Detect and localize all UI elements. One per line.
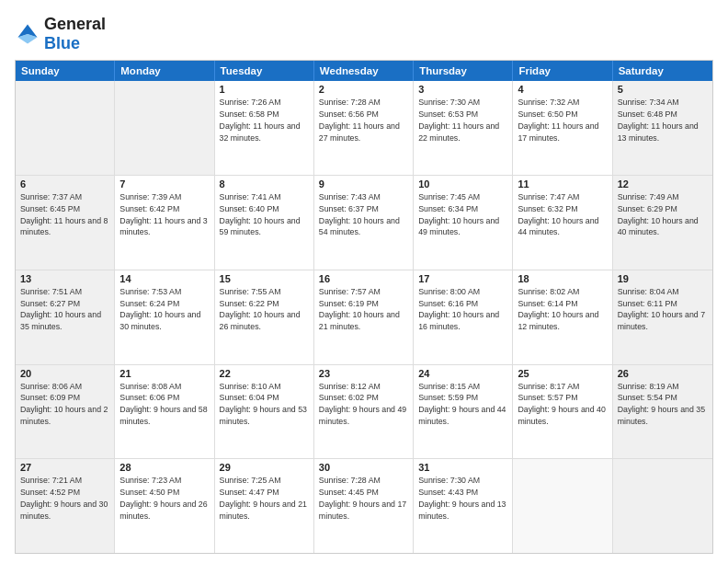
cell-sun-info: Sunrise: 8:02 AM Sunset: 6:14 PM Dayligh… — [518, 286, 607, 333]
calendar-cell: 9Sunrise: 7:43 AM Sunset: 6:37 PM Daylig… — [314, 176, 414, 270]
cell-sun-info: Sunrise: 7:47 AM Sunset: 6:32 PM Dayligh… — [518, 191, 607, 238]
cell-sun-info: Sunrise: 7:34 AM Sunset: 6:48 PM Dayligh… — [618, 97, 708, 144]
day-number: 18 — [518, 273, 607, 284]
day-number: 28 — [119, 462, 209, 473]
cell-sun-info: Sunrise: 7:53 AM Sunset: 6:24 PM Dayligh… — [119, 286, 209, 333]
calendar-cell: 14Sunrise: 7:53 AM Sunset: 6:24 PM Dayli… — [115, 270, 214, 364]
calendar-cell: 5Sunrise: 7:34 AM Sunset: 6:48 PM Daylig… — [613, 81, 712, 175]
cell-sun-info: Sunrise: 7:26 AM Sunset: 6:58 PM Dayligh… — [220, 97, 309, 144]
page: General Blue SundayMondayTuesdayWednesda… — [0, 0, 728, 563]
weekday-header: Friday — [513, 61, 612, 81]
cell-sun-info: Sunrise: 8:19 AM Sunset: 5:54 PM Dayligh… — [618, 381, 708, 428]
calendar-cell: 18Sunrise: 8:02 AM Sunset: 6:14 PM Dayli… — [513, 270, 612, 364]
cell-sun-info: Sunrise: 8:06 AM Sunset: 6:09 PM Dayligh… — [20, 381, 109, 428]
day-number: 20 — [20, 368, 109, 379]
cell-sun-info: Sunrise: 7:21 AM Sunset: 4:52 PM Dayligh… — [20, 475, 109, 522]
day-number: 30 — [319, 462, 408, 473]
calendar-cell: 6Sunrise: 7:37 AM Sunset: 6:45 PM Daylig… — [16, 176, 115, 270]
day-number: 13 — [20, 273, 109, 284]
cell-sun-info: Sunrise: 8:10 AM Sunset: 6:04 PM Dayligh… — [220, 381, 309, 428]
cell-sun-info: Sunrise: 7:32 AM Sunset: 6:50 PM Dayligh… — [518, 97, 607, 144]
day-number: 9 — [319, 178, 408, 190]
calendar-cell — [613, 459, 712, 553]
calendar-cell: 21Sunrise: 8:08 AM Sunset: 6:06 PM Dayli… — [115, 365, 214, 459]
day-number: 10 — [418, 178, 507, 190]
cell-sun-info: Sunrise: 8:17 AM Sunset: 5:57 PM Dayligh… — [518, 381, 607, 428]
cell-sun-info: Sunrise: 7:45 AM Sunset: 6:34 PM Dayligh… — [418, 191, 507, 238]
calendar-cell: 29Sunrise: 7:25 AM Sunset: 4:47 PM Dayli… — [215, 459, 314, 553]
cell-sun-info: Sunrise: 7:23 AM Sunset: 4:50 PM Dayligh… — [119, 475, 209, 522]
cell-sun-info: Sunrise: 7:41 AM Sunset: 6:40 PM Dayligh… — [220, 191, 309, 238]
calendar-cell: 17Sunrise: 8:00 AM Sunset: 6:16 PM Dayli… — [414, 270, 513, 364]
day-number: 12 — [618, 178, 708, 190]
cell-sun-info: Sunrise: 7:55 AM Sunset: 6:22 PM Dayligh… — [220, 286, 309, 333]
header: General Blue — [15, 15, 713, 52]
logo: General Blue — [15, 15, 106, 52]
calendar-cell: 28Sunrise: 7:23 AM Sunset: 4:50 PM Dayli… — [115, 459, 214, 553]
day-number: 17 — [418, 273, 507, 284]
calendar-row: 20Sunrise: 8:06 AM Sunset: 6:09 PM Dayli… — [16, 364, 712, 459]
cell-sun-info: Sunrise: 7:30 AM Sunset: 6:53 PM Dayligh… — [418, 97, 507, 144]
calendar-cell: 26Sunrise: 8:19 AM Sunset: 5:54 PM Dayli… — [613, 365, 712, 459]
weekday-header: Thursday — [414, 61, 513, 81]
day-number: 27 — [20, 462, 109, 473]
cell-sun-info: Sunrise: 7:57 AM Sunset: 6:19 PM Dayligh… — [319, 286, 408, 333]
day-number: 15 — [220, 273, 309, 284]
day-number: 23 — [319, 368, 408, 379]
calendar-cell: 8Sunrise: 7:41 AM Sunset: 6:40 PM Daylig… — [215, 176, 314, 270]
weekday-header: Monday — [115, 61, 214, 81]
calendar-row: 13Sunrise: 7:51 AM Sunset: 6:27 PM Dayli… — [16, 270, 712, 364]
day-number: 24 — [418, 368, 507, 379]
day-number: 11 — [518, 178, 607, 190]
calendar-cell: 22Sunrise: 8:10 AM Sunset: 6:04 PM Dayli… — [215, 365, 314, 459]
calendar-header: SundayMondayTuesdayWednesdayThursdayFrid… — [16, 61, 712, 81]
calendar-cell: 23Sunrise: 8:12 AM Sunset: 6:02 PM Dayli… — [314, 365, 414, 459]
weekday-header: Saturday — [613, 61, 712, 81]
calendar: SundayMondayTuesdayWednesdayThursdayFrid… — [15, 60, 713, 554]
day-number: 5 — [618, 84, 708, 95]
calendar-cell: 10Sunrise: 7:45 AM Sunset: 6:34 PM Dayli… — [414, 176, 513, 270]
calendar-cell — [16, 81, 115, 175]
calendar-cell: 11Sunrise: 7:47 AM Sunset: 6:32 PM Dayli… — [513, 176, 612, 270]
calendar-cell: 24Sunrise: 8:15 AM Sunset: 5:59 PM Dayli… — [414, 365, 513, 459]
cell-sun-info: Sunrise: 8:00 AM Sunset: 6:16 PM Dayligh… — [418, 286, 507, 333]
calendar-cell: 30Sunrise: 7:28 AM Sunset: 4:45 PM Dayli… — [314, 459, 414, 553]
calendar-cell: 19Sunrise: 8:04 AM Sunset: 6:11 PM Dayli… — [613, 270, 712, 364]
day-number: 31 — [418, 462, 507, 473]
day-number: 26 — [618, 368, 708, 379]
weekday-header: Tuesday — [215, 61, 314, 81]
cell-sun-info: Sunrise: 8:15 AM Sunset: 5:59 PM Dayligh… — [418, 381, 507, 428]
day-number: 6 — [20, 178, 109, 190]
day-number: 2 — [319, 84, 408, 95]
calendar-cell: 16Sunrise: 7:57 AM Sunset: 6:19 PM Dayli… — [314, 270, 414, 364]
calendar-cell: 31Sunrise: 7:30 AM Sunset: 4:43 PM Dayli… — [414, 459, 513, 553]
calendar-row: 27Sunrise: 7:21 AM Sunset: 4:52 PM Dayli… — [16, 458, 712, 553]
day-number: 1 — [220, 84, 309, 95]
cell-sun-info: Sunrise: 7:25 AM Sunset: 4:47 PM Dayligh… — [220, 475, 309, 522]
day-number: 22 — [220, 368, 309, 379]
calendar-cell: 27Sunrise: 7:21 AM Sunset: 4:52 PM Dayli… — [16, 459, 115, 553]
calendar-cell: 3Sunrise: 7:30 AM Sunset: 6:53 PM Daylig… — [414, 81, 513, 175]
cell-sun-info: Sunrise: 7:51 AM Sunset: 6:27 PM Dayligh… — [20, 286, 109, 333]
cell-sun-info: Sunrise: 7:39 AM Sunset: 6:42 PM Dayligh… — [119, 191, 209, 238]
day-number: 21 — [119, 368, 209, 379]
day-number: 29 — [220, 462, 309, 473]
calendar-cell: 13Sunrise: 7:51 AM Sunset: 6:27 PM Dayli… — [16, 270, 115, 364]
day-number: 8 — [220, 178, 309, 190]
day-number: 16 — [319, 273, 408, 284]
calendar-cell — [513, 459, 612, 553]
calendar-cell — [115, 81, 214, 175]
calendar-row: 6Sunrise: 7:37 AM Sunset: 6:45 PM Daylig… — [16, 175, 712, 270]
calendar-cell: 1Sunrise: 7:26 AM Sunset: 6:58 PM Daylig… — [215, 81, 314, 175]
calendar-row: 1Sunrise: 7:26 AM Sunset: 6:58 PM Daylig… — [16, 81, 712, 175]
day-number: 25 — [518, 368, 607, 379]
logo-icon — [15, 21, 40, 47]
cell-sun-info: Sunrise: 7:28 AM Sunset: 4:45 PM Dayligh… — [319, 475, 408, 522]
day-number: 7 — [119, 178, 209, 190]
weekday-header: Sunday — [16, 61, 115, 81]
cell-sun-info: Sunrise: 7:49 AM Sunset: 6:29 PM Dayligh… — [618, 191, 708, 238]
cell-sun-info: Sunrise: 7:37 AM Sunset: 6:45 PM Dayligh… — [20, 191, 109, 238]
weekday-header: Wednesday — [314, 61, 414, 81]
cell-sun-info: Sunrise: 8:12 AM Sunset: 6:02 PM Dayligh… — [319, 381, 408, 428]
cell-sun-info: Sunrise: 8:04 AM Sunset: 6:11 PM Dayligh… — [618, 286, 708, 333]
